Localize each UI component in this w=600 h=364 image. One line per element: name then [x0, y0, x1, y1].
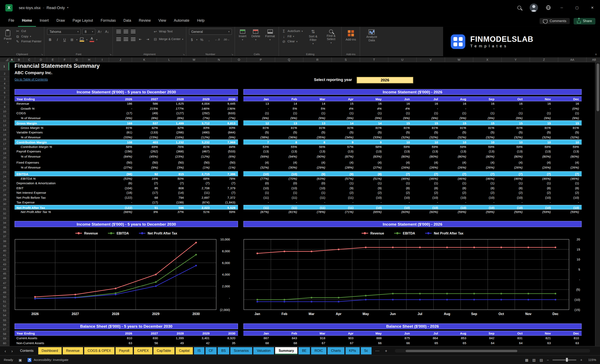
cell[interactable]: (12%) [187, 135, 212, 139]
sheet-tab-scenarios[interactable]: Scenarios [230, 347, 252, 354]
cell[interactable]: 59% [384, 144, 412, 149]
column-header[interactable]: Feb [272, 331, 300, 335]
column-header-ab[interactable]: AB [587, 57, 600, 62]
cell[interactable]: (23%) [135, 135, 161, 139]
row-label[interactable]: EBITDA [14, 172, 109, 176]
sheet-tab-payroll[interactable]: Payroll [116, 347, 133, 354]
cell[interactable]: 8,813 [212, 121, 238, 125]
increase-decimal-button[interactable]: ←.0 [213, 37, 221, 43]
column-header[interactable]: Sep [469, 97, 497, 101]
cell[interactable]: 59% [212, 209, 238, 214]
cell[interactable]: 16% [135, 176, 161, 181]
cell[interactable]: 68 [272, 340, 300, 345]
cell[interactable]: 13 [300, 121, 328, 125]
row-header-17[interactable]: 17 [0, 142, 9, 146]
row-header-15[interactable]: 15 [0, 132, 9, 137]
row-label[interactable]: Net Profit After Tax [14, 205, 109, 209]
cell[interactable]: (122) [109, 195, 135, 200]
cell[interactable]: 68 [243, 340, 272, 345]
sheet-tab-cf[interactable]: CF [205, 347, 217, 354]
cell[interactable]: (11) [187, 191, 212, 195]
row-header-29[interactable]: 29 [0, 197, 9, 202]
cell[interactable]: 66 [356, 340, 384, 345]
font-name-select[interactable]: Tahoma ▾ [47, 29, 81, 35]
row-label[interactable]: Gross Margin % [14, 125, 109, 130]
sheet-tab-summary[interactable]: Summary [275, 347, 298, 354]
cell[interactable]: (4) [300, 160, 328, 165]
cell[interactable]: 68 [135, 195, 161, 200]
cell[interactable]: (26%) [553, 165, 581, 170]
cell[interactable]: (9%) [497, 116, 525, 120]
column-header[interactable]: Dec [553, 331, 581, 335]
sheet-tab-revenue[interactable]: Revenue [63, 347, 83, 354]
cell[interactable]: (35%) [300, 135, 328, 139]
prev-sheet-button[interactable]: ‹ [3, 348, 8, 353]
column-header[interactable]: 2028 [161, 331, 187, 335]
row-label[interactable]: Tax Expense [14, 200, 109, 205]
cell[interactable]: (38%) [243, 135, 272, 139]
column-header[interactable]: 2029 [187, 331, 212, 335]
ribbon-tab-automate[interactable]: Automate [170, 15, 193, 27]
row-label[interactable]: Revenue [14, 101, 109, 106]
cell[interactable]: 16 [356, 101, 384, 106]
cell[interactable]: 12 [243, 121, 272, 125]
bold-button[interactable]: B [47, 37, 53, 43]
cell[interactable]: 10 [412, 140, 441, 144]
cell[interactable]: 91% [441, 125, 469, 130]
cell[interactable]: 177% [161, 106, 187, 111]
cell[interactable]: (10) [243, 186, 272, 191]
cell[interactable]: 64 [497, 340, 525, 345]
cell[interactable]: (13) [469, 149, 497, 154]
cell[interactable]: 9 [356, 140, 384, 144]
row-header-58[interactable]: 58 [0, 332, 9, 336]
cell[interactable]: (32%) [469, 135, 497, 139]
cell[interactable]: 15 [441, 121, 469, 125]
cell[interactable]: (0) [272, 181, 300, 185]
cell[interactable]: (7) [161, 181, 187, 185]
cell[interactable]: 8,920 [212, 336, 238, 340]
cell[interactable]: (7) [412, 172, 441, 176]
cell[interactable]: 16 [497, 101, 525, 106]
cell[interactable]: (122) [109, 205, 135, 209]
share-button[interactable]: Share [573, 18, 595, 24]
cell[interactable]: 49 [161, 340, 187, 345]
row-header-36[interactable]: 36 [0, 230, 9, 235]
column-header[interactable]: Jun [384, 97, 412, 101]
maximize-button[interactable]: ▢ [569, 0, 585, 15]
scrollbar-thumb[interactable] [406, 350, 517, 352]
cell[interactable]: - [412, 200, 441, 205]
cell[interactable]: (80%) [497, 154, 525, 159]
cell[interactable]: (9%) [553, 116, 581, 120]
cell[interactable]: 51 [135, 205, 161, 209]
row-header-23[interactable]: 23 [0, 170, 9, 174]
cell[interactable]: (9%) [272, 116, 300, 120]
align-right-button[interactable] [130, 36, 136, 42]
cell[interactable]: (3%) [161, 165, 187, 170]
cell[interactable]: 3,712 [187, 121, 212, 125]
cell[interactable]: (12%) [187, 154, 212, 159]
column-header-u[interactable]: U [388, 57, 417, 62]
cell[interactable]: (7) [212, 181, 238, 185]
cell[interactable]: (9%) [300, 116, 328, 120]
row-header-19[interactable]: 19 [0, 151, 9, 155]
cell[interactable]: (4) [356, 160, 384, 165]
column-header[interactable]: Sep [469, 331, 497, 335]
cell[interactable]: (13) [272, 149, 300, 154]
cell[interactable]: 10 [525, 140, 553, 144]
select-all-corner[interactable] [0, 57, 9, 62]
row-header-37[interactable]: 37 [0, 235, 9, 239]
zoom-slider-thumb[interactable] [566, 358, 568, 362]
macro-record-icon[interactable]: ▣ [19, 358, 22, 362]
row-label[interactable]: Contribution Margin % [14, 144, 109, 149]
cell[interactable]: (46%) [412, 176, 441, 181]
cell[interactable]: (8) [469, 186, 497, 191]
cell[interactable]: - [300, 200, 328, 205]
cell[interactable]: (50) [187, 160, 212, 165]
column-header[interactable]: Dec [553, 97, 581, 101]
cell[interactable]: (1) [272, 191, 300, 195]
zoom-out-button[interactable]: − [547, 358, 549, 362]
cell[interactable]: (13) [243, 149, 272, 154]
cell[interactable]: (10) [356, 205, 384, 209]
column-header[interactable]: Oct [497, 331, 525, 335]
cell[interactable]: 864 [412, 336, 441, 340]
